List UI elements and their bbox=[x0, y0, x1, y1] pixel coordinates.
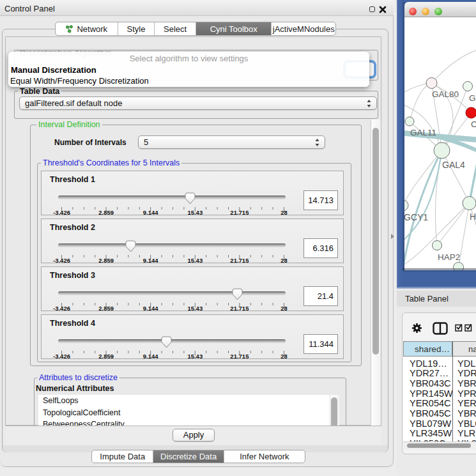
svg-text:C: C bbox=[471, 119, 476, 129]
svg-text:GA: GA bbox=[469, 93, 476, 103]
svg-text:GAL11: GAL11 bbox=[410, 128, 436, 137]
svg-text:GAL4: GAL4 bbox=[442, 160, 465, 170]
svg-text:GCY1: GCY1 bbox=[404, 212, 428, 222]
svg-text:GAL80: GAL80 bbox=[432, 89, 459, 99]
svg-text:HAP2: HAP2 bbox=[438, 252, 460, 262]
svg-text:H: H bbox=[470, 211, 476, 222]
